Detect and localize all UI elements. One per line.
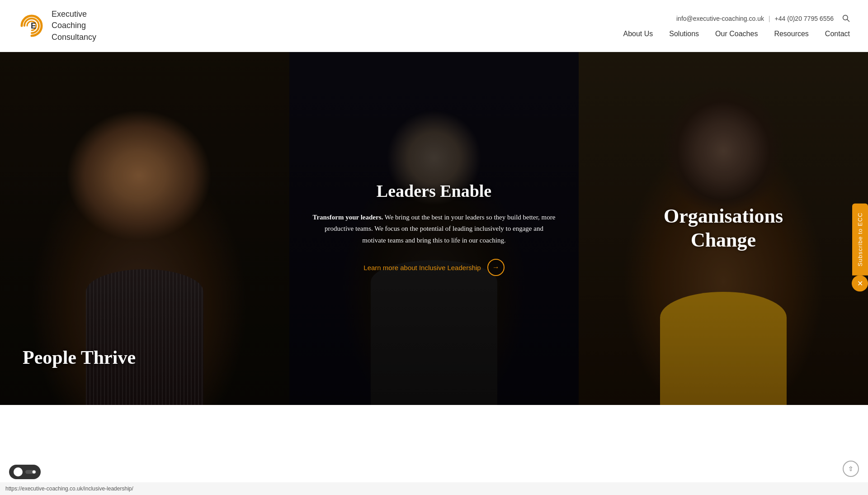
contact-bar: info@executive-coaching.co.uk | +44 (0)2…: [676, 14, 850, 24]
header-right: info@executive-coaching.co.uk | +44 (0)2…: [623, 14, 850, 38]
hero-panel-left: People Thrive: [0, 52, 289, 405]
nav-item-resources[interactable]: Resources: [774, 30, 808, 38]
logo-icon: E: [18, 12, 45, 39]
panel-right-title: Organisations Change: [651, 205, 796, 252]
nav-item-coaches[interactable]: Our Coaches: [715, 30, 758, 38]
logo-link[interactable]: E Executive Coaching Consultancy: [18, 9, 96, 43]
search-icon[interactable]: [842, 14, 850, 24]
hero-section: People Thrive Leaders Enable Transform y…: [0, 52, 868, 405]
svg-line-2: [847, 19, 849, 21]
panel-mid-title: Leaders Enable: [312, 181, 556, 201]
learn-more-circle: →: [487, 259, 505, 276]
svg-text:E: E: [31, 21, 36, 30]
site-header: E Executive Coaching Consultancy info@ex…: [0, 0, 868, 52]
nav-item-contact[interactable]: Contact: [825, 30, 850, 38]
panel-right-content: Organisations Change: [651, 205, 796, 252]
panel-mid-body-lead: Transform your leaders.: [313, 214, 383, 221]
logo-text: Executive Coaching Consultancy: [52, 9, 96, 43]
phone: +44 (0)20 7795 6556: [775, 15, 834, 22]
email: info@executive-coaching.co.uk: [676, 15, 764, 22]
learn-more-link[interactable]: Learn more about Inclusive Leadership →: [363, 259, 504, 276]
close-icon: ✕: [857, 279, 863, 288]
nav-item-solutions[interactable]: Solutions: [669, 30, 699, 38]
hero-panel-right: Organisations Change: [579, 52, 868, 405]
main-nav: About Us Solutions Our Coaches Resources…: [623, 30, 850, 38]
nav-item-about[interactable]: About Us: [623, 30, 653, 38]
arrow-right-icon: →: [492, 263, 500, 271]
panel-left-title: People Thrive: [23, 346, 136, 369]
separator: |: [769, 15, 770, 22]
subscribe-button[interactable]: Subscribe to ECC: [852, 203, 868, 275]
subscribe-close-button[interactable]: ✕: [852, 276, 868, 292]
panel-left-content: People Thrive: [23, 346, 136, 369]
panel-mid-body: Transform your leaders. We bring out the…: [312, 212, 556, 247]
hero-panel-mid: Leaders Enable Transform your leaders. W…: [289, 52, 579, 405]
subscribe-sidebar: Subscribe to ECC ✕: [852, 203, 868, 291]
panel-mid-content: Leaders Enable Transform your leaders. W…: [289, 163, 579, 295]
learn-more-text: Learn more about Inclusive Leadership: [363, 264, 481, 271]
